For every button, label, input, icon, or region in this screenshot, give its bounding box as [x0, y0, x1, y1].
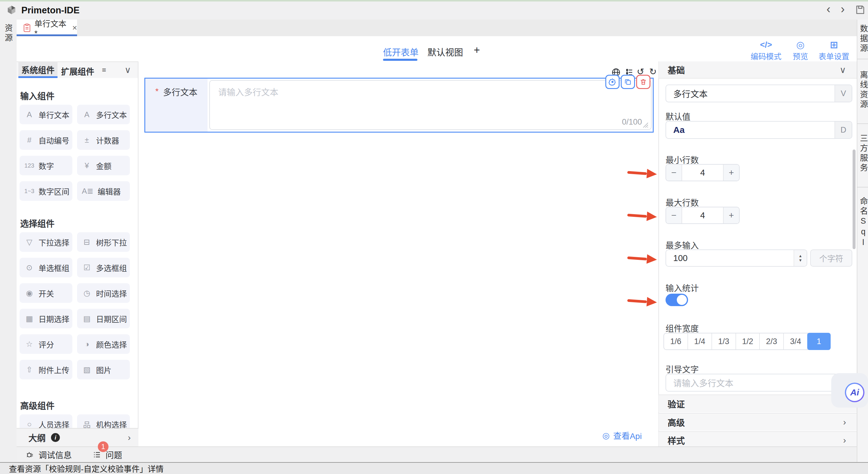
- palette-menu-icon[interactable]: ≡: [102, 66, 106, 74]
- max-rows-value[interactable]: 4: [682, 207, 723, 224]
- tab-system-components[interactable]: 系统组件: [19, 61, 58, 78]
- save-icon[interactable]: [855, 4, 866, 16]
- image-icon: ▧: [82, 365, 92, 374]
- number-spinner[interactable]: ▲ ▼: [794, 250, 807, 266]
- outline-expand-icon[interactable]: ›: [128, 433, 131, 443]
- palette-item-image[interactable]: ▧图片: [77, 360, 130, 379]
- width-option[interactable]: 1/3: [712, 333, 736, 349]
- tab-default-view[interactable]: 默认视图: [428, 45, 463, 58]
- palette-item-amount[interactable]: ¥金额: [77, 156, 130, 175]
- component-width-label: 组件宽度: [665, 322, 699, 334]
- palette-item-color-picker[interactable]: ◑颜色选择: [77, 334, 130, 354]
- guide-text-input[interactable]: 请输入多行文本: [665, 374, 852, 391]
- tab-lowcode-form[interactable]: 低开表单: [383, 45, 418, 58]
- palette-collapse-icon[interactable]: ∨: [125, 65, 131, 75]
- field-settings-button[interactable]: [606, 75, 620, 89]
- rail-divider: [857, 187, 868, 187]
- palette-item-checkbox-group[interactable]: ☑多选框组: [77, 258, 130, 277]
- rail-item-named-sql[interactable]: 命名Sql: [859, 197, 867, 248]
- nav-forward-icon[interactable]: ›: [841, 2, 844, 16]
- field-copy-button[interactable]: [621, 75, 635, 89]
- palette-item-attachment-upload[interactable]: ⇧附件上传: [20, 360, 72, 379]
- tab-single-line-text[interactable]: 单行文本* ×: [17, 20, 77, 36]
- palette-item-number[interactable]: 123数字: [20, 156, 72, 175]
- palette-item-editor[interactable]: A≣编辑器: [77, 181, 130, 201]
- palette-item-org-select[interactable]: 品机构选择: [77, 414, 130, 428]
- field-name-variable-badge[interactable]: V: [835, 85, 852, 102]
- issues-count-badge: 1: [98, 441, 108, 452]
- inspector-scrollbar[interactable]: [852, 149, 856, 249]
- section-advanced[interactable]: 高级 ›: [659, 413, 857, 431]
- redo-icon[interactable]: ↻: [649, 66, 657, 77]
- field-delete-button[interactable]: [636, 75, 650, 89]
- view-api-link[interactable]: ◎ 查看Api: [602, 429, 642, 441]
- left-rail-resources[interactable]: 资源: [4, 24, 12, 43]
- select-components-grid: ▽下拉选择 ⊟树形下拉 ⊙单选框组 ☑多选框组 ◉开关 ◷时间选择 ▦日期选择 …: [20, 232, 131, 379]
- palette-item-switch[interactable]: ◉开关: [20, 283, 72, 303]
- preview-button[interactable]: ◎ 预览: [783, 40, 818, 61]
- palette-item-date-picker[interactable]: ▦日期选择: [20, 309, 72, 328]
- spinner-down-icon[interactable]: ▼: [799, 258, 803, 263]
- max-input-field[interactable]: 100 ▲ ▼: [665, 249, 807, 267]
- single-line-text-icon: A: [24, 110, 34, 119]
- width-option[interactable]: 1/6: [664, 333, 688, 349]
- code-mode-button[interactable]: </> 编码模式: [748, 40, 784, 61]
- status-message[interactable]: 查看资源「校验规则-自定义校验事件」详情: [9, 463, 164, 474]
- left-rail: [0, 20, 17, 462]
- min-rows-stepper: − 4 +: [665, 164, 740, 181]
- section-validation[interactable]: 验证 ›: [659, 394, 857, 412]
- plus-button[interactable]: +: [723, 165, 739, 181]
- input-stats-toggle[interactable]: [665, 294, 688, 306]
- default-value-data-badge[interactable]: D: [835, 122, 852, 138]
- rail-item-offline-resources[interactable]: 离线资源: [859, 70, 867, 110]
- palette-item-person-select[interactable]: ○人员选择: [20, 414, 72, 428]
- rail-item-third-party-services[interactable]: 三方服务: [859, 134, 867, 173]
- palette-item-dropdown[interactable]: ▽下拉选择: [20, 232, 72, 252]
- spinner-up-icon[interactable]: ▲: [799, 254, 803, 258]
- palette-item-time-picker[interactable]: ◷时间选择: [77, 283, 130, 303]
- palette-item-date-range[interactable]: ▤日期区间: [77, 309, 130, 328]
- form-settings-button[interactable]: ⊞ 表单设置: [816, 40, 852, 61]
- plus-button[interactable]: +: [723, 207, 739, 224]
- nav-back-icon[interactable]: ‹: [827, 2, 830, 16]
- person-icon: ○: [24, 420, 34, 428]
- annotation-arrow-input-stats: [627, 296, 657, 307]
- field-name-input[interactable]: 多行文本 V: [665, 85, 852, 102]
- section-basic[interactable]: 基础 ∨: [659, 61, 857, 79]
- palette-item-single-line-text[interactable]: A单行文本: [20, 105, 72, 124]
- min-rows-value[interactable]: 4: [682, 165, 723, 181]
- width-option[interactable]: 1/2: [736, 333, 760, 349]
- counter-icon: ±: [82, 136, 92, 145]
- width-option[interactable]: 2/3: [760, 333, 784, 349]
- width-option[interactable]: 3/4: [784, 333, 808, 349]
- tab-close-icon[interactable]: ×: [72, 23, 77, 33]
- palette-item-rating[interactable]: ☆评分: [20, 334, 72, 354]
- number-icon: 123: [24, 162, 34, 169]
- palette-item-number-range[interactable]: 1~3数字区间: [20, 181, 72, 201]
- add-view-button[interactable]: +: [474, 44, 480, 56]
- palette-item-counter[interactable]: ±计数器: [77, 130, 130, 150]
- minus-button[interactable]: −: [666, 165, 682, 181]
- default-value-input[interactable]: Aa D: [665, 121, 852, 139]
- width-option[interactable]: 1/4: [688, 333, 712, 349]
- guide-text-value: 请输入多行文本: [666, 377, 852, 389]
- palette-item-radio-group[interactable]: ⊙单选框组: [20, 258, 72, 277]
- preview-label: 预览: [793, 51, 808, 61]
- required-asterisk: *: [155, 87, 159, 96]
- minus-button[interactable]: −: [666, 207, 682, 224]
- textarea-placeholder: 请输入多行文本: [218, 85, 278, 98]
- rail-item-datasource[interactable]: 数据源: [859, 24, 867, 54]
- issues-button[interactable]: 问题: [105, 449, 122, 461]
- width-option-selected[interactable]: 1: [807, 333, 831, 350]
- code-mode-icon: </>: [760, 40, 772, 50]
- outline-bar[interactable]: 大纲 i ›: [17, 428, 138, 446]
- palette-item-auto-number[interactable]: #自动编号: [20, 130, 72, 150]
- debug-info-button[interactable]: 调试信息: [38, 449, 72, 461]
- palette-item-tree-dropdown[interactable]: ⊟树形下拉: [77, 232, 130, 252]
- section-style[interactable]: 样式 ›: [659, 431, 857, 448]
- ai-assistant-button[interactable]: Ai: [845, 383, 864, 402]
- palette-item-multi-line-text[interactable]: A多行文本: [77, 105, 130, 124]
- issues-list-icon: [92, 450, 101, 459]
- max-input-label: 最多输入: [665, 239, 699, 251]
- tab-extended-components[interactable]: 扩展组件: [61, 65, 94, 77]
